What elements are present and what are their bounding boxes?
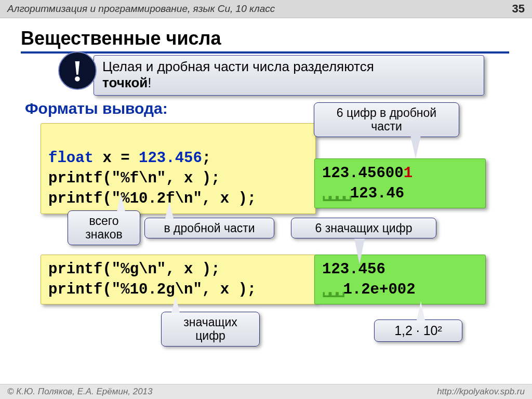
note-excl: ! <box>148 75 151 90</box>
callout-fractional-part: в дробной части <box>144 218 274 238</box>
callout-significant-digits: значащих цифр <box>161 312 260 347</box>
callout-total-chars: всего знаков <box>68 210 140 245</box>
note-line1: Целая и дробная части числа разделяются <box>102 59 374 74</box>
note-bold: точкой <box>102 75 148 90</box>
header-bar: Алгоритмизация и программирование, язык … <box>0 0 532 18</box>
subtitle-formats: Форматы вывода: <box>25 100 168 117</box>
note-box: Целая и дробная части числа разделяются … <box>94 55 484 96</box>
exclamation-icon: ! <box>58 51 97 90</box>
output-block-2: 123.456 ␣␣␣1.2e+002 <box>314 255 486 304</box>
page-number: 35 <box>512 2 525 16</box>
callout-sci-notation: 1,2 · 10² <box>374 320 462 342</box>
callout-6-digits-fractional: 6 цифр в дробной части <box>314 102 459 137</box>
footer: © К.Ю. Поляков, Е.А. Ерёмин, 2013 http:/… <box>0 384 532 399</box>
url: http://kpolyakov.spb.ru <box>437 387 525 397</box>
page-title: Вещественные числа <box>21 28 509 54</box>
code-block-1: float x = 123.456; printf("%f\n", x ); p… <box>41 123 316 214</box>
copyright: © К.Ю. Поляков, Е.А. Ерёмин, 2013 <box>7 387 153 397</box>
subject: Алгоритмизация и программирование, язык … <box>7 3 275 15</box>
callout-6-significant: 6 значащих цифр <box>291 218 436 238</box>
output-block-1: 123.456001 ␣␣␣␣123.46 <box>314 158 486 208</box>
